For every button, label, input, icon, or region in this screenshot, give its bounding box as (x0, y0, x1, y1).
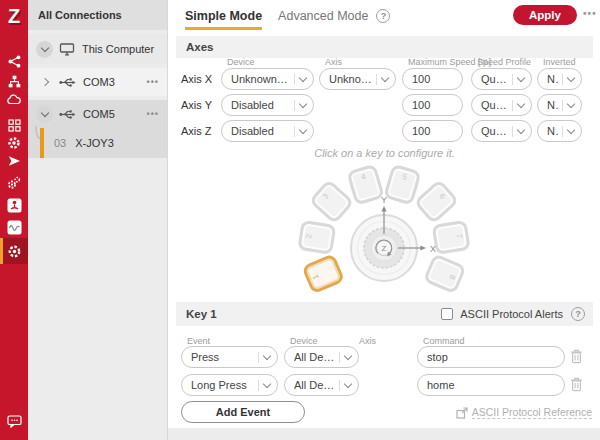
chevron-down-icon (343, 352, 354, 362)
usb-icon (59, 77, 76, 88)
tree-item-this-computer[interactable]: This Computer (28, 34, 167, 64)
divider (562, 126, 563, 137)
device-name: X-JOY3 (75, 137, 114, 149)
axis-z-speed-profile-select[interactable]: Quadrat... (471, 120, 532, 142)
tree-item-com3[interactable]: COM3 ••• (28, 68, 167, 96)
machine-tuning-icon[interactable] (0, 174, 28, 192)
apps-grid-icon[interactable] (0, 116, 28, 134)
select-value: Quadrat... (481, 125, 508, 137)
select-value: N... (547, 125, 558, 137)
axis-x-device-select[interactable]: Unknown Devic... (221, 68, 314, 90)
axis-y-speed-profile-select[interactable]: Quadrat... (471, 94, 532, 116)
col-command: Command (423, 336, 465, 346)
feedback-icon[interactable] (0, 412, 28, 430)
col-device2: Device (290, 336, 318, 346)
axes-title: Axes (186, 41, 214, 53)
event-device-select[interactable]: All Devices (284, 346, 359, 368)
alerts-help-icon[interactable]: ? (571, 307, 585, 321)
axis-z-inverted-select[interactable]: N... (537, 120, 582, 142)
device-network-icon[interactable] (0, 72, 28, 90)
chevron-down-icon (380, 74, 391, 84)
ascii-protocol-reference-link[interactable]: ASCII Protocol Reference (456, 406, 592, 419)
select-value: Quadrat... (481, 73, 508, 85)
apply-button[interactable]: Apply (513, 5, 577, 25)
event-command-input[interactable] (417, 374, 565, 396)
divider (258, 352, 259, 363)
chevron-down-icon (516, 100, 527, 110)
select-value: Press (191, 351, 254, 363)
col-axis2: Axis (359, 336, 376, 346)
key-number: 7 (453, 224, 466, 249)
axis-row-label: Axis X (181, 68, 212, 90)
divider (339, 380, 340, 391)
col-device: Device (227, 57, 255, 67)
tree-item-com5[interactable]: COM5 ••• (28, 100, 167, 128)
delete-event-icon[interactable] (570, 349, 583, 364)
divider (339, 352, 340, 363)
tab-simple-mode[interactable]: Simple Mode (185, 9, 262, 30)
axis-z-device-select[interactable]: Disabled (221, 120, 314, 142)
expand-button[interactable] (36, 79, 53, 85)
settings-gear-icon[interactable] (0, 134, 28, 152)
tabs-help-icon[interactable]: ? (376, 9, 390, 23)
collapse-button[interactable] (36, 41, 53, 58)
select-value: Unknown Devic... (231, 73, 290, 85)
app-sidebar: Z (0, 0, 28, 440)
cloud-icon[interactable] (0, 90, 28, 108)
share-icon[interactable] (0, 52, 28, 70)
key-number: 4 (351, 169, 377, 184)
joystick-knob[interactable]: Z Y X (329, 193, 439, 303)
add-event-button[interactable]: Add Event (181, 401, 305, 423)
axis-x-max-speed-input[interactable] (402, 68, 463, 90)
axis-y-max-speed-input[interactable] (402, 94, 463, 116)
divider (512, 74, 513, 85)
joystick-app-icon[interactable] (0, 196, 28, 214)
oscilloscope-icon[interactable] (0, 218, 28, 236)
axis-z-max-speed-input[interactable] (402, 120, 463, 142)
divider (512, 100, 513, 111)
key-number: 8 (443, 264, 461, 290)
send-icon[interactable] (0, 152, 28, 170)
chevron-down-icon (566, 74, 577, 84)
gear-crosshair-icon (7, 244, 22, 259)
reference-label: ASCII Protocol Reference (472, 406, 592, 419)
tab-advanced-mode[interactable]: Advanced Mode (278, 9, 368, 23)
event-type-select[interactable]: Press (181, 346, 278, 368)
divider (294, 126, 295, 137)
axes-section-header: Axes (176, 36, 593, 58)
axis-x-speed-profile-select[interactable]: Quadrat... (471, 68, 532, 90)
divider (562, 74, 563, 85)
tree-item-xjoy3-selected[interactable]: 03 X-JOY3 (28, 128, 167, 158)
event-device-select[interactable]: All Devices (284, 374, 359, 396)
chevron-down-icon (298, 74, 309, 84)
divider (294, 74, 295, 85)
col-profile: Speed Profile (477, 57, 531, 67)
event-command-input[interactable] (417, 346, 565, 368)
event-type-select[interactable]: Long Press (181, 374, 278, 396)
select-value: Quadrat... (481, 99, 508, 111)
collapse-button[interactable] (36, 106, 53, 123)
tree-item-label: COM5 (83, 108, 115, 120)
chevron-down-icon (566, 126, 577, 136)
divider (376, 74, 377, 85)
axis-y-inverted-select[interactable]: N... (537, 94, 582, 116)
axis-y-device-select[interactable]: Disabled (221, 94, 314, 116)
mode-tabbar: Simple Mode Advanced Mode ? Apply ••• (168, 0, 600, 30)
divider (562, 100, 563, 111)
event-row: Long Press All Devices (176, 374, 593, 396)
chevron-down-icon (566, 100, 577, 110)
axis-x-axis-select[interactable]: Unknown A... (319, 68, 396, 90)
chevron-down-icon (262, 352, 273, 362)
ascii-alerts-checkbox[interactable] (441, 308, 453, 320)
axis-z-row: Axis Z Disabled Quadrat... N... (176, 120, 593, 142)
event-row: Press All Devices (176, 346, 593, 368)
axis-x-inverted-select[interactable]: N... (537, 68, 582, 90)
sidebar-item-joystick-settings-active[interactable] (0, 238, 28, 264)
ascii-alerts-label: ASCII Protocol Alerts (460, 308, 563, 320)
delete-event-icon[interactable] (570, 377, 583, 392)
select-value: Disabled (231, 99, 290, 111)
overflow-menu-icon[interactable]: ••• (583, 8, 597, 19)
tree-item-label: This Computer (82, 43, 154, 55)
row-menu-icon[interactable]: ••• (147, 77, 159, 87)
row-menu-icon[interactable]: ••• (147, 109, 159, 119)
